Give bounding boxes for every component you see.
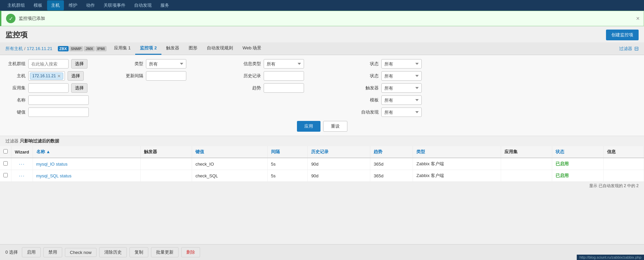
notification-banner: ✓ 监控项已添加 × (0, 11, 644, 26)
filter-info-type-label: 信息类型 (242, 61, 261, 67)
filter-trigger-label: 触发器 (360, 85, 379, 91)
nav-auto-discovery[interactable]: 自动发现 (130, 0, 156, 10)
badge-snmp[interactable]: SNMP (69, 46, 83, 51)
th-name[interactable]: 名称 ▲ (33, 146, 141, 158)
filter-trigger-row: 触发器 所有 (360, 83, 467, 93)
filter-auto-discover-select[interactable]: 所有 (381, 107, 422, 117)
row-checkbox-1[interactable] (3, 173, 8, 177)
nav-host-group[interactable]: 主机群组 (3, 0, 29, 10)
nav-hosts[interactable]: 主机 (47, 0, 64, 10)
filter-state1-label: 状态 (360, 61, 379, 67)
filter-update-interval-input[interactable] (146, 71, 186, 81)
notification-message: 监控项已添加 (19, 15, 45, 21)
filter-app-set-input[interactable] (28, 83, 69, 93)
tab-graphs[interactable]: 图形 (184, 42, 202, 55)
pagination-row: 显示 已自动发现的 2 中的 2 (0, 182, 644, 190)
filter-host-select-button[interactable]: 选择 (68, 71, 84, 81)
filter-name-label: 名称 (7, 97, 26, 103)
filter-host-group-select-button[interactable]: 选择 (71, 59, 87, 69)
item-name-link-1[interactable]: mysql_SQL status (36, 173, 72, 178)
row-interval-1: 5s (267, 170, 308, 182)
filter-type-row: 类型 所有 (124, 59, 232, 69)
filter-host-group-label: 主机群组 (7, 61, 26, 67)
nav-templates[interactable]: 模板 (30, 0, 46, 10)
row-triggers-1 (141, 170, 192, 182)
filter-trigger-select[interactable]: 所有 (381, 83, 422, 93)
nav-actions[interactable]: 动作 (82, 0, 99, 10)
th-interval[interactable]: 间隔 (267, 146, 308, 158)
filter-state2-select[interactable]: 所有 (381, 71, 422, 81)
create-item-button[interactable]: 创建监控项 (606, 30, 639, 40)
breadcrumb-separator: / (24, 46, 26, 51)
filter-trend-label: 趋势 (242, 85, 261, 91)
filter-info-type-select[interactable]: 所有 (264, 59, 304, 69)
nav-services[interactable]: 服务 (156, 0, 173, 10)
filter-state1-row: 状态 所有 (360, 59, 467, 69)
top-navigation: 主机群组 模板 主机 维护 动作 关联项事件 自动发现 服务 (0, 0, 644, 11)
filter-template-label: 模板 (360, 97, 379, 103)
items-table-container: Wizard 名称 ▲ 触发器 键值 间隔 历史记录 趋势 类型 应用集 状态 … (0, 146, 644, 210)
th-wizard: Wizard (11, 146, 33, 158)
filter-trend-input[interactable] (264, 83, 304, 93)
row-wizard-1: ··· (11, 170, 33, 182)
wizard-dots-0[interactable]: ··· (19, 161, 25, 167)
badge-jmx[interactable]: JMX (84, 46, 95, 51)
filter-app-set-label: 应用集 (7, 85, 26, 91)
filter-reset-button[interactable]: 重设 (323, 121, 347, 132)
filter-template-select[interactable]: 所有 (381, 95, 422, 105)
page-header: 监控项 创建监控项 (0, 26, 644, 42)
nav-maintenance[interactable]: 维护 (65, 0, 81, 10)
row-interval-0: 5s (267, 158, 308, 170)
filter-name-row: 名称 (7, 95, 114, 105)
th-key[interactable]: 键值 (192, 146, 268, 158)
row-name-1: mysql_SQL status (33, 170, 141, 182)
row-wizard-0: ··· (11, 158, 33, 170)
wizard-dots-1[interactable]: ··· (19, 173, 25, 178)
row-triggers-0 (141, 158, 192, 170)
page-title: 监控项 (5, 30, 28, 40)
table-row: ··· mysql_IO status check_IO 5s 90d 365d… (0, 158, 644, 170)
filter-host-group-input[interactable] (28, 59, 69, 69)
row-trend-1: 365d (370, 170, 413, 182)
filter-toggle-button[interactable]: 过滤器 ⊟ (619, 45, 639, 52)
filter-state1-select[interactable]: 所有 (381, 59, 422, 69)
breadcrumb-all-hosts[interactable]: 所有主机 (5, 46, 23, 52)
item-name-link-0[interactable]: mysql_IO status (36, 162, 68, 167)
row-status-1: 已启用 (552, 170, 604, 182)
row-checkbox-0[interactable] (3, 161, 8, 166)
filter-key-input[interactable] (28, 107, 89, 117)
filter-app-set-select-button[interactable]: 选择 (71, 83, 87, 93)
filter-history-input[interactable] (264, 71, 304, 81)
filter-type-select[interactable]: 所有 (146, 59, 186, 69)
nav-related-events[interactable]: 关联项事件 (100, 0, 129, 10)
tab-auto-discovery-rules[interactable]: 自动发现规则 (202, 42, 238, 55)
th-type[interactable]: 类型 (413, 146, 501, 158)
badge-zbx[interactable]: ZBX (58, 46, 69, 51)
filter-name-input[interactable] (28, 95, 89, 105)
tab-triggers[interactable]: 触发器 (161, 42, 184, 55)
row-status-0: 已启用 (552, 158, 604, 170)
breadcrumb-host[interactable]: 172.16.11.21 (27, 46, 52, 51)
th-status[interactable]: 状态 (552, 146, 604, 158)
row-key-1: check_SQL (192, 170, 268, 182)
row-history-1: 90d (308, 170, 370, 182)
filter-host-value: 172.16.11.21 (32, 74, 56, 78)
th-trend[interactable]: 趋势 (370, 146, 413, 158)
protocol-badges: ZBX SNMP JMX IPMI (58, 46, 107, 51)
tab-app-sets[interactable]: 应用集 1 (109, 42, 136, 55)
filter-apply-button[interactable]: 应用 (297, 121, 320, 132)
filter-host-remove-button[interactable]: ✕ (57, 74, 61, 79)
filter-history-label: 历史记录 (242, 73, 261, 79)
row-info-1 (604, 170, 644, 182)
tab-items[interactable]: 监控项 2 (135, 42, 161, 55)
filter-host-row: 主机 172.16.11.21 ✕ 选择 (7, 71, 114, 81)
tab-web-scenarios[interactable]: Web 场景 (238, 42, 266, 55)
close-notification-button[interactable]: × (636, 15, 640, 21)
table-body: ··· mysql_IO status check_IO 5s 90d 365d… (0, 158, 644, 182)
filter-key-row: 键值 (7, 107, 114, 117)
select-all-checkbox[interactable] (3, 149, 8, 154)
badge-ipmi[interactable]: IPMI (96, 46, 107, 51)
row-name-0: mysql_IO status (33, 158, 141, 170)
table-header-row: Wizard 名称 ▲ 触发器 键值 间隔 历史记录 趋势 类型 应用集 状态 … (0, 146, 644, 158)
th-history[interactable]: 历史记录 (308, 146, 370, 158)
